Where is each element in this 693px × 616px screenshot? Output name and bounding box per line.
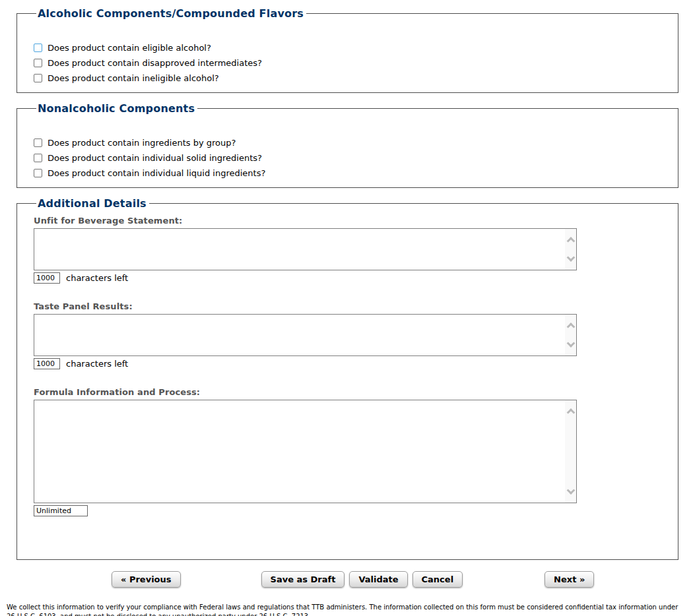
formula-information-counter-row [34,505,678,516]
taste-panel-results-counter-row: characters left [34,357,678,369]
formula-information-textarea-frame [34,400,577,503]
section-additional-details: Additional Details Unfit for Beverage St… [16,197,678,560]
taste-panel-results-textarea-frame [34,314,577,356]
previous-button[interactable]: « Previous [112,571,181,588]
checkbox-row-individual-solid-ingredients: Does product contain individual solid in… [34,150,678,166]
taste-panel-results-chars-left-text: characters left [66,359,128,369]
taste-panel-results-label: Taste Panel Results: [34,301,678,311]
eligible-alcohol-label: Does product contain eligible alcohol? [48,43,211,53]
alcoholic-checkbox-group: Does product contain eligible alcohol? D… [34,40,678,86]
section-alcoholic-components: Alcoholic Components/Compounded Flavors … [16,7,678,93]
taste-panel-results-scrollbar[interactable] [565,315,576,355]
taste-panel-results-textarea[interactable] [34,315,565,355]
unfit-for-beverage-chars-left-box [34,272,60,284]
unfit-for-beverage-scrollbar[interactable] [565,229,576,270]
unfit-for-beverage-counter-row: characters left [34,272,678,284]
checkbox-row-ingredients-by-group: Does product contain ingredients by grou… [34,135,678,150]
individual-solid-ingredients-label: Does product contain individual solid in… [48,153,262,163]
ineligible-alcohol-label: Does product contain ineligible alcohol? [48,73,219,83]
confidentiality-notice: We collect this information to verify yo… [7,603,686,616]
scroll-down-icon[interactable] [566,339,575,348]
next-button[interactable]: Next » [544,571,594,588]
checkbox-row-ineligible-alcohol: Does product contain ineligible alcohol? [34,71,678,86]
checkbox-row-eligible-alcohol: Does product contain eligible alcohol? [34,40,678,55]
scroll-up-icon[interactable] [566,323,575,331]
validate-button[interactable]: Validate [349,571,407,588]
section-nonalcoholic-components: Nonalcoholic Components Does product con… [16,102,678,188]
section-alcoholic-components-legend: Alcoholic Components/Compounded Flavors [36,7,306,20]
formula-information-textarea[interactable] [34,400,565,503]
checkbox-row-individual-liquid-ingredients: Does product contain individual liquid i… [34,166,678,181]
disapproved-intermediates-checkbox[interactable] [34,59,42,67]
formula-details-page: Alcoholic Components/Compounded Flavors … [0,7,693,616]
scroll-up-icon[interactable] [566,237,575,245]
additional-details-body: Unfit for Beverage Statement: characters… [34,216,678,553]
ingredients-by-group-checkbox[interactable] [34,139,42,147]
checkbox-row-disapproved-intermediates: Does product contain disapproved interme… [34,55,678,71]
individual-liquid-ingredients-label: Does product contain individual liquid i… [48,168,265,178]
confidentiality-notice-line1: We collect this information to verify yo… [7,603,678,611]
scroll-down-icon[interactable] [566,486,575,495]
disapproved-intermediates-label: Does product contain disapproved interme… [48,58,262,68]
nonalcoholic-checkbox-group: Does product contain ingredients by grou… [34,135,678,181]
section-additional-details-legend: Additional Details [36,197,149,210]
taste-panel-results-chars-left-box [34,358,60,369]
eligible-alcohol-checkbox[interactable] [34,44,42,52]
individual-solid-ingredients-checkbox[interactable] [34,154,42,162]
confidentiality-notice-line2: 26 U.S.C. 6103, and must not be disclose… [7,613,310,616]
ingredients-by-group-label: Does product contain ingredients by grou… [48,138,236,148]
unfit-for-beverage-textarea-frame [34,228,577,270]
formula-information-limit-box [34,505,88,516]
formula-information-label: Formula Information and Process: [34,387,678,397]
ineligible-alcohol-checkbox[interactable] [34,74,42,82]
save-as-draft-button[interactable]: Save as Draft [261,571,345,588]
cancel-button[interactable]: Cancel [412,571,463,588]
formula-information-scrollbar[interactable] [565,400,576,503]
navigation-button-row: « Previous Save as Draft Validate Cancel… [0,570,693,588]
unfit-for-beverage-label: Unfit for Beverage Statement: [34,216,678,226]
unfit-for-beverage-textarea[interactable] [34,229,565,270]
scroll-down-icon[interactable] [566,253,575,262]
unfit-for-beverage-chars-left-text: characters left [66,273,128,283]
scroll-up-icon[interactable] [566,408,575,417]
section-nonalcoholic-components-legend: Nonalcoholic Components [36,102,197,115]
individual-liquid-ingredients-checkbox[interactable] [34,169,42,177]
